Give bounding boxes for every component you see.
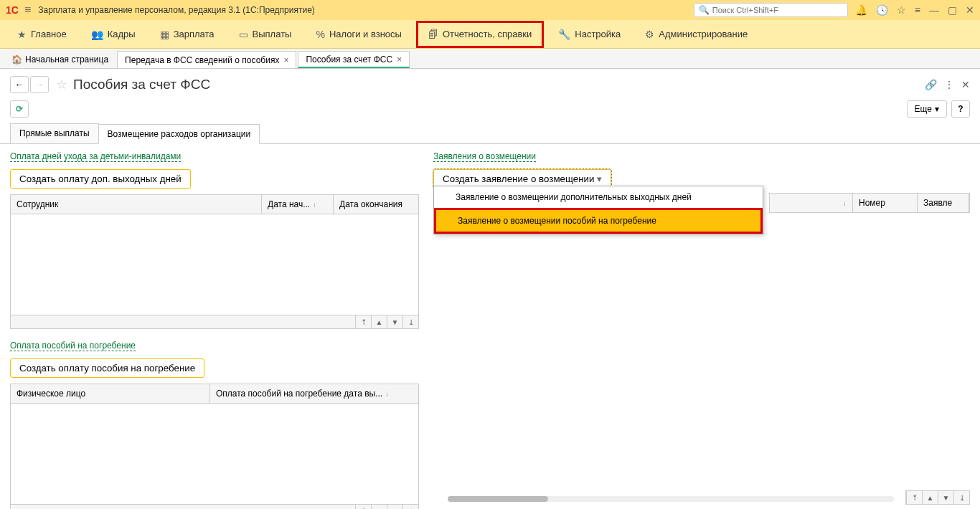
chevron-down-icon: ▾ (935, 104, 939, 114)
right-column: Заявления о возмещении Создать заявление… (433, 151, 970, 509)
h-scrollbar-thumb[interactable] (448, 496, 548, 502)
create-extra-days-payment-button[interactable]: Создать оплату доп. выходных дней (10, 169, 191, 189)
favorite-star-icon[interactable]: ☆ (56, 77, 67, 92)
nav-down-icon[interactable]: ▼ (387, 315, 402, 328)
minimize-icon[interactable]: — (929, 4, 939, 16)
maximize-icon[interactable]: ▢ (948, 4, 957, 16)
close-icon[interactable]: ✕ (966, 4, 974, 16)
people-icon: 👥 (91, 29, 103, 40)
col-number[interactable]: Номер (853, 194, 918, 212)
section-title: Оплата дней ухода за детьми-инвалидами (10, 151, 181, 162)
create-reimbursement-dropdown: Заявление о возмещении дополнительных вы… (433, 186, 763, 234)
section-title: Оплата пособий на погребение (10, 341, 136, 351)
tab-home[interactable]: 🏠Начальная страница (4, 51, 116, 68)
create-burial-payment-button[interactable]: Создать оплату пособия на погребение (10, 358, 204, 378)
sort-icon: ↓ (385, 390, 389, 398)
sub-tabs: Прямые выплаты Возмещение расходов орган… (0, 123, 980, 144)
menu-taxes[interactable]: %Налоги и взносы (306, 23, 412, 46)
grid-extra-days: Сотрудник Дата нач... ↓ Дата окончания ⤒… (10, 194, 419, 329)
menu-reports[interactable]: 🗐Отчетность, справки (416, 21, 544, 48)
menu-admin[interactable]: ⚙Администрирование (635, 23, 758, 46)
nav-down-icon[interactable]: ▼ (387, 505, 402, 509)
nav-last-icon[interactable]: ⤓ (402, 505, 418, 509)
nav-last-icon[interactable]: ⤓ (953, 491, 969, 504)
close-icon[interactable]: × (397, 54, 402, 65)
page-header: ← → ☆ Пособия за счет ФСС 🔗 ⋮ ✕ (0, 69, 980, 100)
right-grid-nav: ⤒ ▲ ▼ ⤓ (905, 490, 970, 505)
right-grid-header: ↓ Номер Заявле (769, 193, 970, 213)
section-disabled-children: Оплата дней ухода за детьми-инвалидами С… (10, 151, 419, 329)
grid-footer: ⤒ ▲ ▼ ⤓ (11, 504, 418, 509)
nav-up-icon[interactable]: ▲ (371, 505, 387, 509)
grid-footer: ⤒ ▲ ▼ ⤓ (11, 315, 418, 328)
subtab-direct[interactable]: Прямые выплаты (10, 123, 99, 143)
link-icon[interactable]: 🔗 (925, 79, 937, 90)
help-button[interactable]: ? (951, 100, 970, 118)
grid-header: Физическое лицо Оплата пособий на погреб… (11, 384, 418, 404)
page-actions: 🔗 ⋮ ✕ (925, 79, 970, 90)
menu-payments[interactable]: ▭Выплаты (229, 23, 302, 46)
col-sort[interactable]: ↓ (770, 194, 853, 212)
search-icon: 🔍 (699, 5, 710, 15)
nav-up-icon[interactable]: ▲ (371, 315, 387, 328)
menu-main[interactable]: ★Главное (7, 23, 77, 46)
page-title: Пособия за счет ФСС (73, 77, 925, 92)
window-title: Зарплата и управление персоналом, редакц… (38, 5, 694, 15)
menu-staff[interactable]: 👥Кадры (81, 23, 146, 46)
sort-icon: ↓ (843, 199, 847, 207)
menu-bar: ★Главное 👥Кадры ▦Зарплата ▭Выплаты %Нало… (0, 20, 980, 49)
nav-first-icon[interactable]: ⤒ (355, 505, 371, 509)
star-icon[interactable]: ☆ (897, 4, 906, 16)
col-date-end[interactable]: Дата окончания (334, 195, 418, 214)
filter-icon[interactable]: ≡ (915, 4, 920, 16)
nav-first-icon[interactable]: ⤒ (355, 315, 371, 328)
grid-burial: Физическое лицо Оплата пособий на погреб… (10, 384, 419, 509)
toolbar: ⟳ Еще▾ ? (0, 100, 980, 123)
logo-1c: 1C (6, 4, 19, 16)
title-bar: 1C ≡ Зарплата и управление персоналом, р… (0, 0, 980, 20)
nav-up-icon[interactable]: ▲ (922, 491, 938, 504)
search-input[interactable] (712, 6, 843, 14)
more-button[interactable]: Еще▾ (907, 100, 947, 118)
col-burial-date[interactable]: Оплата пособий на погребение дата вы... … (210, 384, 418, 403)
nav-down-icon[interactable]: ▼ (938, 491, 953, 504)
grid-body[interactable] (11, 214, 418, 315)
subtab-reimbursement[interactable]: Возмещение расходов организации (98, 124, 260, 144)
star-icon: ★ (17, 29, 27, 40)
menu-settings[interactable]: 🔧Настройка (548, 23, 631, 46)
tab-fss-transfer[interactable]: Передача в ФСС сведений о пособиях× (117, 51, 296, 68)
menu-salary[interactable]: ▦Зарплата (150, 23, 225, 46)
content: Оплата дней ухода за детьми-инвалидами С… (0, 144, 980, 509)
close-icon[interactable]: × (283, 55, 288, 65)
percent-icon: % (316, 29, 324, 40)
kebab-icon[interactable]: ⋮ (944, 79, 954, 90)
nav-first-icon[interactable]: ⤒ (906, 491, 922, 504)
home-icon: 🏠 (11, 54, 22, 65)
col-request[interactable]: Заявле (918, 194, 969, 212)
dd-item-burial[interactable]: Заявление о возмещении пособий на погреб… (434, 208, 763, 234)
grid-header: Сотрудник Дата нач... ↓ Дата окончания (11, 195, 418, 214)
history-icon[interactable]: 🕓 (876, 4, 888, 16)
col-date-start[interactable]: Дата нач... ↓ (262, 195, 334, 214)
close-page-icon[interactable]: ✕ (961, 79, 970, 90)
tabs-bar: 🏠Начальная страница Передача в ФСС сведе… (0, 49, 980, 69)
dd-item-extra-days[interactable]: Заявление о возмещении дополнительных вы… (434, 186, 763, 208)
col-employee[interactable]: Сотрудник (11, 195, 262, 214)
document-icon: 🗐 (428, 29, 438, 40)
forward-button[interactable]: → (30, 76, 49, 93)
h-scrollbar-track[interactable] (448, 496, 894, 502)
nav-last-icon[interactable]: ⤓ (402, 315, 418, 328)
search-box[interactable]: 🔍 (694, 3, 848, 17)
bell-icon[interactable]: 🔔 (855, 4, 867, 16)
wrench-icon: 🔧 (558, 29, 570, 40)
grid-body[interactable] (11, 404, 418, 504)
section-title: Заявления о возмещении (433, 151, 536, 162)
back-button[interactable]: ← (10, 76, 29, 93)
sort-icon: ↓ (313, 201, 316, 209)
hamburger-icon[interactable]: ≡ (24, 4, 31, 16)
refresh-button[interactable]: ⟳ (10, 100, 29, 118)
title-icons: 🔔 🕓 ☆ ≡ — ▢ ✕ (855, 4, 974, 16)
section-burial: Оплата пособий на погребение Создать опл… (10, 341, 419, 509)
tab-fss-benefits[interactable]: Пособия за счет ФСС× (298, 51, 410, 68)
col-person[interactable]: Физическое лицо (11, 384, 210, 403)
